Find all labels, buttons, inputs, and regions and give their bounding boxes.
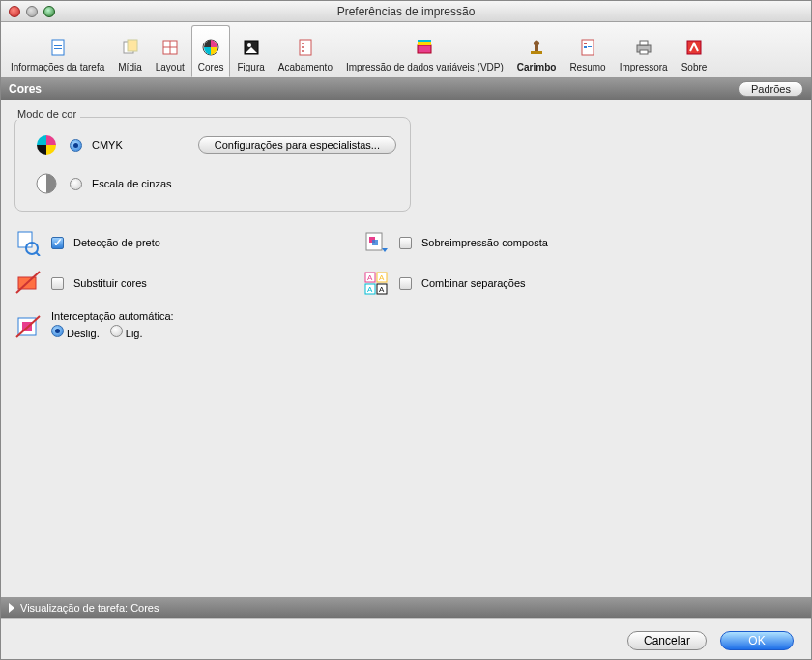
tab-label: Mídia bbox=[118, 62, 141, 72]
color-wheel-icon bbox=[200, 37, 221, 58]
black-detection-label: Detecção de preto bbox=[73, 237, 160, 248]
svg-rect-16 bbox=[418, 45, 431, 53]
svg-rect-22 bbox=[588, 43, 592, 43]
svg-rect-17 bbox=[418, 42, 431, 45]
section-header: Cores Padrões bbox=[1, 78, 811, 100]
image-icon bbox=[241, 37, 262, 58]
tab-summary[interactable]: Resumo bbox=[563, 25, 612, 77]
tab-image[interactable]: Figura bbox=[230, 25, 271, 77]
combine-separations-label: Combinar separações bbox=[421, 277, 526, 289]
autotrap-on-radio[interactable] bbox=[110, 325, 123, 337]
tab-label: Sobre bbox=[682, 62, 708, 72]
svg-rect-3 bbox=[54, 48, 62, 49]
svg-point-11 bbox=[247, 43, 251, 47]
media-icon bbox=[120, 37, 141, 58]
tab-stamp[interactable]: Carimbo bbox=[510, 25, 564, 77]
combine-separations-checkbox[interactable] bbox=[399, 277, 412, 290]
toolbar: Informações da tarefa Mídia Layout Cores… bbox=[1, 22, 811, 78]
cmyk-label: CMYK bbox=[92, 139, 123, 151]
tab-label: Informações da tarefa bbox=[11, 62, 104, 72]
color-mode-group: Modo de cor CMYK Configurações para espe… bbox=[14, 117, 411, 212]
tab-job-info[interactable]: Informações da tarefa bbox=[4, 25, 111, 77]
autotrap-icon bbox=[14, 314, 42, 341]
svg-rect-24 bbox=[588, 46, 592, 47]
defaults-button[interactable]: Padrões bbox=[739, 81, 803, 97]
content-area: Modo de cor CMYK Configurações para espe… bbox=[1, 100, 811, 597]
layout-icon bbox=[160, 37, 181, 58]
black-detect-icon bbox=[14, 229, 42, 256]
tab-colors[interactable]: Cores bbox=[191, 25, 231, 77]
composite-overprint-label: Sobreimpressão composta bbox=[421, 237, 548, 248]
tab-label: Layout bbox=[156, 62, 185, 72]
grayscale-radio[interactable] bbox=[70, 178, 82, 190]
tab-label: Resumo bbox=[569, 62, 605, 72]
svg-rect-27 bbox=[640, 50, 648, 54]
summary-icon bbox=[577, 37, 598, 58]
cmyk-icon bbox=[33, 131, 60, 158]
button-bar: Cancelar OK bbox=[1, 618, 811, 660]
svg-rect-26 bbox=[640, 41, 648, 45]
svg-text:A: A bbox=[367, 273, 373, 282]
about-icon bbox=[683, 37, 705, 58]
tab-media[interactable]: Mídia bbox=[111, 25, 148, 77]
substitute-icon bbox=[14, 270, 42, 297]
tab-label: Carimbo bbox=[517, 62, 557, 72]
disclosure-triangle-icon bbox=[9, 603, 14, 613]
tab-vdp[interactable]: Impressão de dados variáveis (VDP) bbox=[339, 25, 510, 77]
svg-rect-2 bbox=[54, 45, 62, 46]
svg-rect-40 bbox=[372, 240, 378, 245]
preview-label: Visualização de tarefa: Cores bbox=[20, 602, 160, 614]
svg-rect-12 bbox=[300, 40, 311, 55]
composite-overprint-checkbox[interactable] bbox=[399, 237, 412, 249]
tab-label: Acabamento bbox=[278, 62, 333, 72]
tab-label: Cores bbox=[198, 62, 224, 72]
tab-printer[interactable]: Impressora bbox=[613, 25, 675, 77]
tab-about[interactable]: Sobre bbox=[675, 25, 714, 77]
autotrap-label: Interceptação automática: bbox=[51, 310, 174, 322]
svg-rect-5 bbox=[128, 40, 137, 51]
tab-finishing[interactable]: Acabamento bbox=[272, 25, 339, 77]
cancel-button[interactable]: Cancelar bbox=[627, 631, 707, 650]
stamp-icon bbox=[526, 37, 547, 58]
vdp-icon bbox=[414, 37, 435, 58]
black-detection-checkbox[interactable] bbox=[51, 237, 64, 249]
autotrap-off-radio[interactable] bbox=[51, 325, 64, 337]
svg-point-14 bbox=[302, 46, 304, 48]
svg-rect-0 bbox=[52, 40, 64, 55]
finishing-icon bbox=[295, 37, 316, 58]
svg-text:A: A bbox=[379, 285, 385, 294]
svg-rect-23 bbox=[584, 46, 587, 48]
svg-rect-21 bbox=[584, 43, 587, 44]
svg-text:A: A bbox=[379, 273, 385, 282]
expert-settings-button[interactable]: Configurações para especialistas... bbox=[198, 136, 396, 154]
autotrap-off-label: Deslig. bbox=[67, 328, 100, 339]
combine-sep-icon: A A A A bbox=[362, 270, 390, 297]
svg-rect-1 bbox=[54, 43, 62, 43]
svg-line-32 bbox=[36, 252, 40, 256]
svg-point-13 bbox=[302, 43, 304, 44]
svg-rect-18 bbox=[418, 40, 431, 42]
window-title: Preferências de impressão bbox=[1, 5, 811, 18]
substitute-colors-label: Substituir cores bbox=[73, 277, 147, 289]
page-icon bbox=[47, 37, 69, 58]
color-mode-label: Modo de cor bbox=[14, 108, 80, 120]
grayscale-label: Escala de cinzas bbox=[92, 178, 172, 189]
tab-label: Impressão de dados variáveis (VDP) bbox=[346, 62, 504, 72]
tab-label: Figura bbox=[237, 62, 264, 72]
autotrap-on-label: Lig. bbox=[126, 328, 143, 339]
overprint-icon bbox=[362, 229, 390, 256]
substitute-colors-checkbox[interactable] bbox=[51, 277, 64, 290]
cmyk-radio[interactable] bbox=[70, 139, 82, 152]
section-title: Cores bbox=[9, 82, 42, 96]
printer-icon bbox=[633, 37, 654, 58]
svg-text:A: A bbox=[367, 285, 373, 294]
tab-label: Impressora bbox=[620, 62, 668, 72]
preview-bar[interactable]: Visualização de tarefa: Cores bbox=[1, 597, 811, 618]
svg-rect-19 bbox=[531, 51, 542, 54]
ok-button[interactable]: OK bbox=[720, 631, 794, 650]
grayscale-icon bbox=[33, 170, 60, 197]
svg-rect-30 bbox=[18, 232, 32, 247]
titlebar: Preferências de impressão bbox=[1, 1, 811, 22]
svg-point-15 bbox=[302, 50, 304, 52]
tab-layout[interactable]: Layout bbox=[149, 25, 191, 77]
